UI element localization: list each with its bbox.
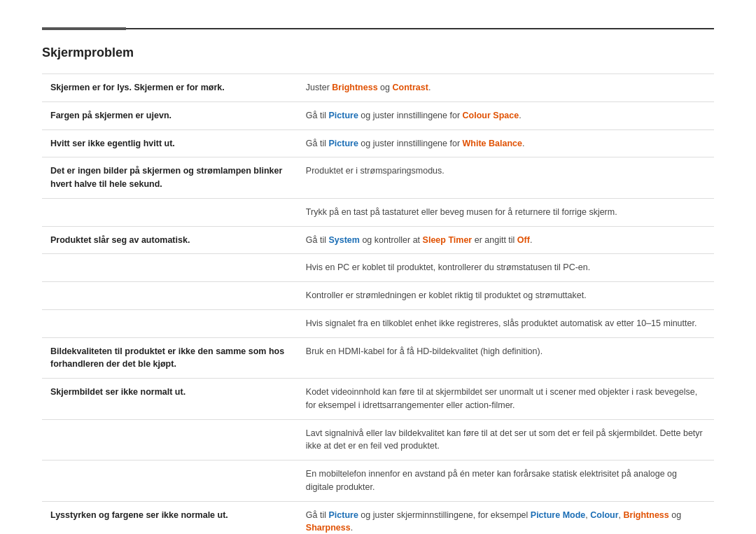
row-right-cell: Juster Brightness og Contrast. <box>298 74 714 102</box>
table-row: Hvis en PC er koblet til produktet, kont… <box>42 254 714 282</box>
row-left-cell: Lysstyrken og fargene ser ikke normale u… <box>42 501 298 534</box>
highlight-orange-text: Contrast <box>392 83 428 92</box>
table-row: Fargen på skjermen er ujevn.Gå til Pictu… <box>42 101 714 129</box>
row-left-cell: Fargen på skjermen er ujevn. <box>42 101 298 129</box>
highlight-blue-text: Picture <box>328 510 358 520</box>
row-right-cell: Gå til Picture og juster innstillingene … <box>298 129 714 157</box>
row-right-cell: Kontroller er strømledningen er koblet r… <box>298 282 714 310</box>
row-left-cell: Produktet slår seg av automatisk. <box>42 226 298 254</box>
top-line <box>42 28 714 29</box>
table-row: Trykk på en tast på tastaturet eller bev… <box>42 198 714 226</box>
table-row: Skjermen er for lys. Skjermen er for mør… <box>42 74 714 102</box>
row-right-cell: Gå til Picture og juster skjerminnstilli… <box>298 501 714 534</box>
content-table: Skjermen er for lys. Skjermen er for mør… <box>42 73 714 534</box>
table-row: Lysstyrken og fargene ser ikke normale u… <box>42 501 714 534</box>
row-right-cell: Lavt signalnivå eller lav bildekvalitet … <box>298 419 714 461</box>
highlight-orange-text: Colour Space <box>463 111 519 120</box>
highlight-blue-text: Picture <box>328 139 358 148</box>
row-left-cell <box>42 309 298 337</box>
table-row: Hvitt ser ikke egentlig hvitt ut.Gå til … <box>42 129 714 157</box>
highlight-orange-text: Brightness <box>332 83 377 92</box>
row-left-cell: Skjermbildet ser ikke normalt ut. <box>42 379 298 420</box>
row-left-cell: Skjermen er for lys. Skjermen er for mør… <box>42 74 298 102</box>
highlight-blue-text: System <box>328 235 359 245</box>
highlight-orange-text: Sleep Timer <box>423 235 472 245</box>
row-right-cell: Bruk en HDMI-kabel for å få HD-bildekval… <box>298 337 714 379</box>
row-right-cell: Produktet er i strømsparingsmodus. <box>298 157 714 199</box>
row-left-cell <box>42 461 298 502</box>
top-accent <box>42 27 126 30</box>
highlight-orange-text: Brightness <box>623 510 668 520</box>
row-left-cell: Bildekvaliteten til produktet er ikke de… <box>42 337 298 379</box>
highlight-orange-text: White Balance <box>463 139 522 148</box>
row-right-cell: Hvis en PC er koblet til produktet, kont… <box>298 254 714 282</box>
highlight-blue-text: Colour <box>590 510 618 520</box>
table-row: Kontroller er strømledningen er koblet r… <box>42 282 714 310</box>
row-right-cell: Kodet videoinnhold kan føre til at skjer… <box>298 379 714 420</box>
row-left-cell: Hvitt ser ikke egentlig hvitt ut. <box>42 129 298 157</box>
row-right-cell: Gå til System og kontroller at Sleep Tim… <box>298 226 714 254</box>
page: Skjermproblem Skjermen er for lys. Skjer… <box>0 0 756 534</box>
highlight-blue-text: Picture Mode <box>531 510 586 520</box>
row-right-cell: Gå til Picture og juster innstillingene … <box>298 101 714 129</box>
table-row: Lavt signalnivå eller lav bildekvalitet … <box>42 419 714 461</box>
section-title: Skjermproblem <box>42 43 714 62</box>
row-left-cell <box>42 282 298 310</box>
row-right-cell: Hvis signalet fra en tilkoblet enhet ikk… <box>298 309 714 337</box>
row-left-cell <box>42 419 298 461</box>
table-row: Produktet slår seg av automatisk.Gå til … <box>42 226 714 254</box>
table-row: Skjermbildet ser ikke normalt ut.Kodet v… <box>42 379 714 420</box>
row-left-cell: Det er ingen bilder på skjermen og strøm… <box>42 157 298 199</box>
row-right-cell: Trykk på en tast på tastaturet eller bev… <box>298 198 714 226</box>
row-right-cell: En mobiltelefon innenfor en avstand på é… <box>298 461 714 502</box>
highlight-blue-text: Picture <box>328 111 358 120</box>
highlight-orange-text: Off <box>517 235 530 245</box>
highlight-orange-text: Sharpness <box>306 523 351 533</box>
table-row: En mobiltelefon innenfor en avstand på é… <box>42 461 714 502</box>
table-row: Det er ingen bilder på skjermen og strøm… <box>42 157 714 199</box>
table-row: Hvis signalet fra en tilkoblet enhet ikk… <box>42 309 714 337</box>
table-row: Bildekvaliteten til produktet er ikke de… <box>42 337 714 379</box>
row-left-cell <box>42 254 298 282</box>
row-left-cell <box>42 198 298 226</box>
